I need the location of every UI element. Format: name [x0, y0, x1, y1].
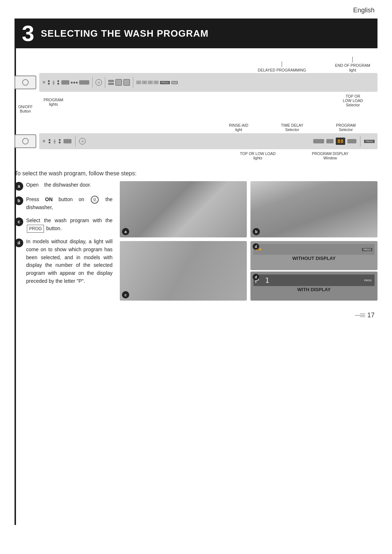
ann-end-of-program: END OF PROGRAMlight: [335, 57, 370, 73]
rect: [108, 83, 114, 85]
section-number: 3: [22, 22, 34, 45]
ann-program-lights: PROGRAMlights: [44, 98, 63, 106]
display-88: 88: [336, 138, 346, 145]
rect-5: [326, 139, 334, 143]
page-number-area: 17: [0, 311, 375, 319]
instruction-intro: To select the wash program, follow these…: [15, 170, 377, 177]
language-text: English: [353, 7, 375, 14]
dot: [76, 82, 78, 83]
power-icon: ⒓: [91, 196, 99, 204]
images-column: a b c PROG d WITHOUT DISPLAY: [120, 181, 377, 301]
dot: [57, 80, 59, 82]
ann-top-low-load-lights: TOP OR LOW LOADlights: [240, 151, 275, 160]
dot-group-1: [48, 80, 50, 85]
step-text-b: Press ON button on ⒓ the dishwasher,: [26, 196, 113, 212]
separator-2: [75, 136, 75, 147]
rect-3: [64, 139, 72, 143]
prog-inline-box: PROG: [27, 225, 44, 233]
dot: [59, 139, 61, 141]
onoff-circle: [22, 138, 29, 144]
variant-prog: PROG: [362, 248, 372, 251]
end-label: End: [171, 81, 178, 84]
num-boxes: 1 2 3 4: [136, 81, 159, 84]
dot: [57, 83, 59, 85]
image-a: a: [120, 181, 247, 237]
step-c: c Select the wash program with the PROG …: [15, 217, 113, 233]
num-box: 2: [142, 81, 147, 84]
prog-label: PROG: [160, 81, 170, 84]
page-dashes: [355, 314, 365, 317]
ann-time-delay: TIME DELAYSelector: [281, 123, 303, 132]
onoff-button-bottom: [15, 134, 36, 148]
ann-delayed-programming: DELAYED PROGRAMMING: [258, 61, 306, 73]
variant-with-display: P 1 PROG d WITH DISPLAY: [250, 272, 377, 301]
image-c: c: [120, 241, 247, 301]
top-controls-strip: ✳ ╫ ⊙: [39, 73, 377, 92]
num-box: 4: [154, 81, 159, 84]
separator-3: [360, 136, 360, 147]
circle-icon: ⊙: [95, 79, 102, 86]
step-d: d In models without display, a light wil…: [15, 238, 113, 285]
small-dots: [71, 82, 78, 83]
rect-4: [313, 139, 324, 143]
display-variants: PROG d WITHOUT DISPLAY P 1 PROG d WITH D…: [250, 241, 377, 301]
sq-icon: [123, 79, 130, 86]
rect-2: [79, 80, 89, 85]
dot: [49, 139, 50, 141]
top-panel-row: ✳ ╫ ⊙: [15, 73, 377, 92]
ann-line: [282, 61, 282, 67]
ann-line: [352, 57, 353, 62]
num-box: 3: [148, 81, 153, 84]
dot: [59, 142, 61, 143]
diagram-area: DELAYED PROGRAMMING END OF PROGRAMlight …: [15, 48, 377, 160]
ann-program-selector: PROGRAMSelector: [336, 123, 356, 132]
dot-group-3: [49, 139, 50, 143]
image-b: b: [250, 181, 377, 237]
page-number: 17: [367, 311, 375, 319]
dot: [48, 83, 50, 85]
dash: [360, 317, 365, 317]
post-bottom-annotations: TOP OR LOW LOADlights PROGRAM DISPLAYWin…: [15, 149, 377, 160]
sq-icon: [115, 79, 122, 86]
dot-group-2: [57, 80, 59, 85]
ann-top-or-low-load: TOP ORLOW LOADSelector: [343, 94, 363, 107]
pre-bottom-annotations: RINSE-AIDlight TIME DELAYSelector PROGRA…: [15, 123, 377, 133]
dot: [71, 82, 73, 83]
variant-without-display: PROG d WITHOUT DISPLAY: [250, 241, 377, 270]
variant-display-row: P 1 PROG: [253, 274, 375, 286]
bottom-controls-strip: ✳ ╫ ⊙ 88 PROG: [39, 133, 377, 149]
rect-6: [347, 139, 356, 143]
section-title: SELECTING THE WASH PROGRAM: [41, 28, 208, 39]
panel-left-col-2: [15, 134, 36, 148]
rect-1: [61, 80, 69, 85]
steps-column: a Open the dishwasher door. b Press ON b…: [15, 181, 113, 301]
step-text-a: Open the dishwasher door.: [26, 181, 91, 189]
snowflake-icon-2: ✳: [42, 139, 46, 144]
badge-d2: d: [253, 274, 259, 280]
step-text-c: Select the wash program with the PROG bu…: [26, 217, 113, 233]
onoff-button-top: [15, 76, 36, 89]
snowflake-icon: ✳: [42, 80, 46, 85]
onoff-circle: [22, 79, 29, 86]
with-display-label: WITH DISPLAY: [253, 287, 375, 292]
num-box: 1: [136, 81, 141, 84]
variant-prog-2: PROG: [363, 279, 373, 282]
dot: [73, 82, 75, 83]
rect-group: [108, 80, 114, 85]
badge-d1: d: [253, 243, 259, 250]
dot: [48, 80, 50, 82]
separator: [133, 77, 133, 88]
badge-a: a: [122, 228, 129, 235]
dash: [360, 314, 365, 314]
steps-and-images: a Open the dishwasher door. b Press ON b…: [15, 181, 377, 301]
bar-icon: ╫: [52, 81, 55, 85]
bottom-panel-row: ✳ ╫ ⊙ 88 PROG: [15, 133, 377, 149]
right-middle-ann: TOP ORLOW LOADSelector: [343, 94, 377, 107]
without-display-label: WITHOUT DISPLAY: [253, 256, 375, 261]
step-text-d: In models without display, a light will …: [26, 238, 113, 285]
language-label: English: [0, 0, 392, 14]
step-a: a Open the dishwasher door.: [15, 181, 113, 191]
variant-dot-2: [259, 248, 261, 250]
middle-annotations: PROGRAMlights TOP ORLOW LOADSelector: [15, 94, 377, 123]
top-annotations: DELAYED PROGRAMMING END OF PROGRAMlight: [15, 48, 377, 73]
